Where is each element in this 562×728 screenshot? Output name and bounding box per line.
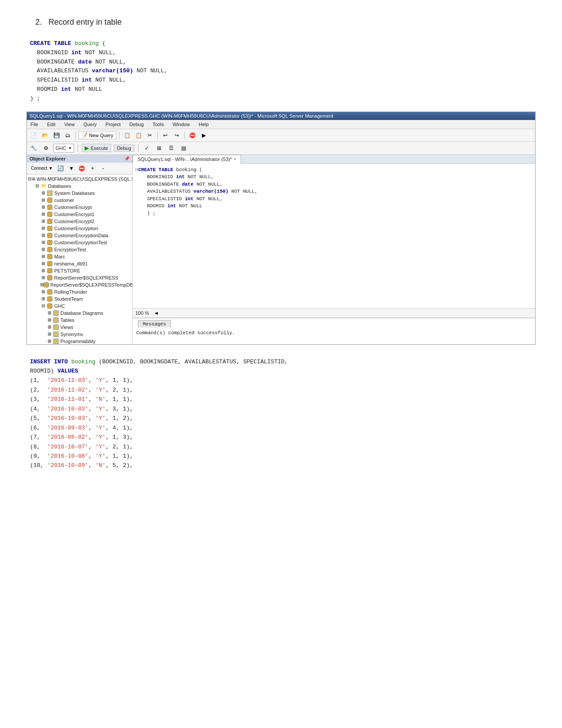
list-item[interactable]: ⊞ CustomerEncrypt xyxy=(28,204,131,211)
tb2-btn1[interactable]: 🔧 xyxy=(29,143,38,153)
db-expand[interactable]: ⊞ xyxy=(40,233,46,238)
menu-project[interactable]: Project xyxy=(104,121,122,128)
list-item[interactable]: ⊞ Synonyms xyxy=(28,331,131,338)
list-item[interactable]: ⊞ Programmability xyxy=(28,338,131,344)
play-btn2[interactable]: ▶ xyxy=(199,131,208,140)
toolbar-sep2 xyxy=(119,131,119,139)
oe-pin-icon: 📌 xyxy=(124,156,130,161)
ghc-child-expand[interactable]: ⊞ xyxy=(46,310,52,315)
menu-help[interactable]: Help xyxy=(197,121,211,128)
query-editor[interactable]: ⊟CREATE TABLE booking ( BOOKINGID int NO… xyxy=(133,164,535,308)
tb2-btn2[interactable]: ⚙ xyxy=(41,143,51,153)
list-item[interactable]: ⊞ CustomerEncryption xyxy=(28,225,131,232)
toolbar-sep3 xyxy=(157,131,158,139)
list-item[interactable]: ⊞ Tables xyxy=(28,317,131,324)
list-item[interactable]: ⊞ CustomerEncrypt2 xyxy=(28,218,131,225)
cut-btn[interactable]: ✂ xyxy=(145,131,155,140)
list-item[interactable]: ⊞ CustomerEncrypt1 xyxy=(28,211,131,218)
db-selector[interactable]: GHC ▼ xyxy=(53,144,74,153)
tree-databases-node[interactable]: ⊟ 📁 Databases xyxy=(28,183,131,190)
oe-stop-btn[interactable]: ⛔ xyxy=(77,164,87,173)
new-query-button[interactable]: 📝 New Query xyxy=(78,131,116,139)
ghc-child-expand[interactable]: ⊞ xyxy=(46,339,52,343)
ghc-expand-icon[interactable]: ⊟ xyxy=(40,303,46,308)
menu-edit[interactable]: Edit xyxy=(45,121,57,128)
systemdbs-expand-icon[interactable]: ⊞ xyxy=(40,190,46,195)
db-icon xyxy=(46,261,53,267)
insert-kw: INSERT INTO xyxy=(30,358,68,365)
undo-btn[interactable]: ↩ xyxy=(160,131,170,140)
menu-file[interactable]: File xyxy=(29,121,40,128)
list-item[interactable]: ⊞ Views xyxy=(28,324,131,331)
list-item[interactable]: ⊞ ReportServer$SQLEXPRESSTempDB xyxy=(28,281,131,288)
db-expand[interactable]: ⊞ xyxy=(40,205,46,209)
oe-collapse-btn[interactable]: - xyxy=(98,164,108,173)
list-item[interactable]: ⊞ customer xyxy=(28,197,131,204)
db-expand[interactable]: ⊞ xyxy=(40,289,46,294)
systemdbs-label: System Databases xyxy=(54,190,95,196)
db-expand[interactable]: ⊞ xyxy=(40,261,46,266)
stop-btn[interactable]: ⛔ xyxy=(187,131,197,140)
list-item[interactable]: ⊞ Marc xyxy=(28,253,131,260)
new-file-btn[interactable]: 📄 xyxy=(29,131,38,140)
debug-button[interactable]: Debug xyxy=(114,145,134,152)
ghc-child-expand[interactable]: ⊞ xyxy=(46,325,52,329)
open-btn[interactable]: 📂 xyxy=(40,131,50,140)
execute-button[interactable]: ▶ Execute xyxy=(82,144,111,152)
ssms-menubar[interactable]: File Edit View Query Project Debug Tools… xyxy=(27,120,535,129)
messages-tab[interactable]: Messages xyxy=(138,320,171,328)
db-expand[interactable]: ⊞ xyxy=(40,212,46,217)
menu-debug[interactable]: Debug xyxy=(128,121,145,128)
copy-btn[interactable]: 📋 xyxy=(122,131,132,140)
menu-window[interactable]: Window xyxy=(171,121,192,128)
server-expand-icon[interactable]: ⊟ xyxy=(28,176,31,181)
oe-expand-btn[interactable]: + xyxy=(88,164,97,173)
query-tab-close[interactable]: × xyxy=(234,157,236,161)
db-customer-expand[interactable]: ⊞ xyxy=(40,198,46,202)
list-item[interactable]: ⊞ EncryptionTest xyxy=(28,246,131,253)
list-item[interactable]: ⊞ Database Diagrams xyxy=(28,310,131,317)
redo-btn[interactable]: ↪ xyxy=(172,131,182,140)
list-item[interactable]: ⊞ RollingThunder xyxy=(28,288,131,295)
zoom-btn[interactable]: ◀ xyxy=(153,310,160,317)
tb2-check[interactable]: ✓ xyxy=(142,143,152,153)
ssms-title-text: SQLQuery1.sql - WIN-M0FMH59U6CU\SQLEXPRE… xyxy=(30,113,333,119)
save-btn[interactable]: 💾 xyxy=(52,131,61,140)
tree-server-node[interactable]: ⊟ 🖥 WIN-M0FMH59U6CU\SQLEXPRESS (SQL Serv… xyxy=(28,175,131,183)
list-item[interactable]: ⊞ CustomerEncryptionData xyxy=(28,232,131,239)
menu-query[interactable]: Query xyxy=(82,121,98,128)
query-tab-active[interactable]: SQLQuery1.sql - WIN-...\Administrator (5… xyxy=(133,155,241,164)
list-item[interactable]: ⊞ PETSTORE xyxy=(28,267,131,274)
db-expand[interactable]: ⊞ xyxy=(40,296,46,301)
oe-refresh-btn[interactable]: 🔄 xyxy=(56,164,66,173)
tree-ghc-node[interactable]: ⊟ GHC xyxy=(28,302,131,310)
tb2-grid[interactable]: ⊞ xyxy=(154,143,164,153)
tb2-list[interactable]: ☰ xyxy=(167,143,176,153)
db-expand[interactable]: ⊞ xyxy=(40,268,46,273)
menu-view[interactable]: View xyxy=(63,121,77,128)
ghc-child-expand[interactable]: ⊞ xyxy=(46,332,52,336)
ssms-main: Object Explorer 📌 Connect ▼ 🔄 ▼ ⛔ + - ⊟ … xyxy=(27,155,535,344)
list-item[interactable]: ⊞ neshama_db91 xyxy=(28,260,131,267)
db-expand[interactable]: ⊞ xyxy=(40,226,46,231)
db-expand[interactable]: ⊞ xyxy=(40,254,46,259)
list-item[interactable]: ⊞ CustomerEncryptionTest xyxy=(28,239,131,246)
db-icon xyxy=(46,197,53,203)
oe-connect-btn[interactable]: Connect ▼ xyxy=(29,164,55,173)
ghc-child-expand[interactable]: ⊞ xyxy=(46,317,52,322)
oe-toolbar[interactable]: Connect ▼ 🔄 ▼ ⛔ + - xyxy=(27,163,132,175)
oe-filter-btn[interactable]: ▼ xyxy=(67,164,76,173)
db-expand[interactable]: ⊞ xyxy=(40,275,46,280)
db-expand[interactable]: ⊞ xyxy=(40,240,46,245)
list-item[interactable]: ⊞ ReportServer$SQLEXPRESS xyxy=(28,274,131,281)
list-item[interactable]: ⊞ StudentTeam xyxy=(28,295,131,302)
db-expand[interactable]: ⊞ xyxy=(40,219,46,224)
db-expand[interactable]: ⊞ xyxy=(40,282,44,287)
databases-expand-icon[interactable]: ⊟ xyxy=(34,183,40,188)
paste-btn[interactable]: 📋 xyxy=(134,131,143,140)
save-all-btn[interactable]: 🗂 xyxy=(63,131,73,140)
tree-system-dbs[interactable]: ⊞ System Databases xyxy=(28,190,131,197)
db-expand[interactable]: ⊞ xyxy=(40,247,46,252)
tb2-col[interactable]: ▤ xyxy=(179,143,189,153)
menu-tools[interactable]: Tools xyxy=(151,121,166,128)
